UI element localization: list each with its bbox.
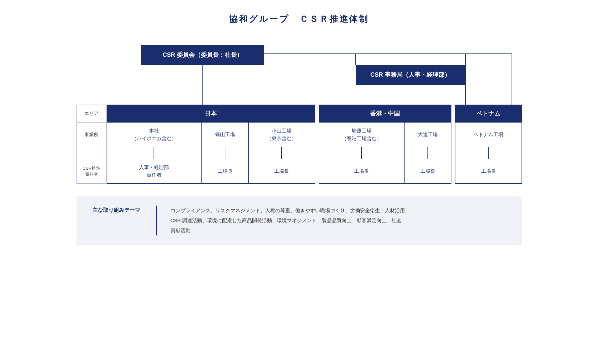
csr-sasayama: 工場長 bbox=[201, 159, 248, 184]
csr-honsha: 人事・経理部 責任者 bbox=[106, 159, 201, 184]
theme-content: コンプライアンス、リスクマネジメント、人権の尊重、働きやすい職場づくり、労働安全… bbox=[171, 206, 509, 235]
csr-oyama: 工場長 bbox=[249, 159, 315, 184]
hkchina-header: 香港・中国 bbox=[319, 105, 451, 123]
csr-office-box: CSR 事務局（人事・経理部） bbox=[356, 65, 465, 85]
top-section: CSR 委員会（委員長：社長） CSR 事務局（人事・経理部） bbox=[76, 38, 522, 105]
office-oyama: 小山工場 （東京含む） bbox=[249, 123, 315, 147]
theme-divider bbox=[156, 206, 157, 235]
japan-header: 日本 bbox=[106, 105, 315, 123]
conn4 bbox=[362, 147, 362, 159]
org-table: エリア 日本 香港・中国 ベトナム 事業所 本社 （ハイポニカ含む） 篠山工場 … bbox=[76, 105, 522, 184]
chart-container: CSR 委員会（委員長：社長） CSR 事務局（人事・経理部） エリア 日本 香… bbox=[76, 38, 522, 245]
csr-committee-box: CSR 委員会（委員長：社長） bbox=[141, 45, 264, 65]
connector-row bbox=[76, 147, 522, 159]
area-row: エリア 日本 香港・中国 ベトナム bbox=[76, 105, 522, 123]
office-label: 事業所 bbox=[76, 123, 106, 147]
office-vietnam: ベトナム工場 bbox=[455, 123, 522, 147]
area-label: エリア bbox=[76, 105, 106, 123]
csr-resp-label: CSR推進 責任者 bbox=[76, 159, 106, 184]
conn5 bbox=[428, 147, 428, 159]
csr-dalian: 工場長 bbox=[404, 159, 451, 184]
conn3 bbox=[282, 147, 282, 159]
office-row: 事業所 本社 （ハイポニカ含む） 篠山工場 小山工場 （東京含む） 塘厦工場 （… bbox=[76, 123, 522, 147]
conn2 bbox=[225, 147, 226, 159]
conn6 bbox=[488, 147, 489, 159]
office-honsha: 本社 （ハイポニカ含む） bbox=[106, 123, 201, 147]
csr-resp-row: CSR推進 責任者 人事・経理部 責任者 工場長 工場長 工場長 工場長 工場長 bbox=[76, 159, 522, 184]
office-tangxia: 塘厦工場 （香港工場含む） bbox=[319, 123, 404, 147]
theme-label: 主な取り組みテーマ bbox=[90, 206, 143, 214]
page-title: 協和グループ ＣＳＲ推進体制 bbox=[229, 13, 369, 25]
theme-box: 主な取り組みテーマ コンプライアンス、リスクマネジメント、人権の尊重、働きやすい… bbox=[76, 196, 522, 245]
office-dalian: 大連工場 bbox=[404, 123, 451, 147]
conn1 bbox=[154, 147, 155, 159]
csr-vietnam: 工場長 bbox=[455, 159, 522, 184]
vietnam-header: ベトナム bbox=[455, 105, 522, 123]
office-sasayama: 篠山工場 bbox=[201, 123, 248, 147]
csr-tangxia: 工場長 bbox=[319, 159, 404, 184]
